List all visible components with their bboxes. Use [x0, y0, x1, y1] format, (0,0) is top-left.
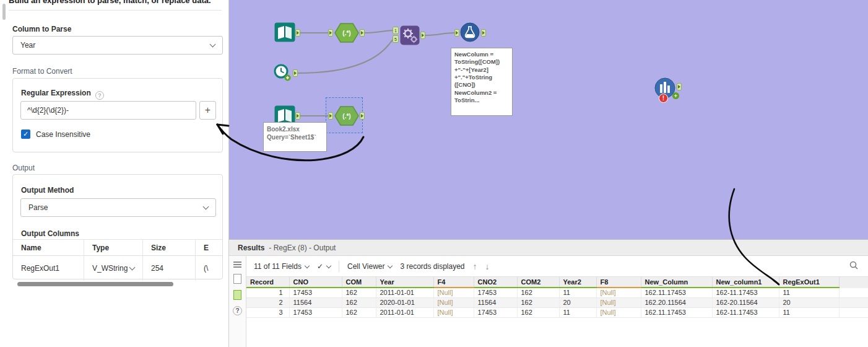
table-row[interactable]: 3174531622011-01-01[Null]1745316211[Null…: [246, 307, 868, 317]
regex-tool[interactable]: (.*): [334, 22, 360, 46]
table-cell[interactable]: 162: [517, 288, 559, 297]
column-select-dropdown[interactable]: ✓: [317, 262, 331, 271]
join-input-anchor-1[interactable]: 1: [393, 27, 399, 34]
input-anchor[interactable]: [454, 29, 459, 37]
table-cell[interactable]: 17453: [289, 307, 342, 317]
datetime-tool[interactable]: [273, 63, 292, 84]
regex-input[interactable]: ^\d{2}(\d{2})-: [20, 101, 196, 120]
column-header-com2[interactable]: COM2: [517, 277, 559, 288]
output-view-icon[interactable]: [233, 290, 241, 300]
help-icon[interactable]: ?: [95, 91, 104, 100]
table-cell[interactable]: 162: [342, 288, 376, 297]
table-cell[interactable]: 3: [246, 307, 289, 317]
output-anchor[interactable]: [293, 69, 298, 77]
add-expression-button[interactable]: +: [199, 101, 216, 120]
table-cell[interactable]: [Null]: [433, 297, 474, 307]
table-cell[interactable]: 162.11.17453: [641, 307, 712, 317]
panel-scrollbar[interactable]: [2, 4, 6, 20]
table-cell[interactable]: 11564: [289, 297, 342, 307]
table-cell[interactable]: 162-20.11564: [712, 297, 779, 307]
table-cell[interactable]: 162: [342, 297, 376, 307]
cell-viewer-dropdown[interactable]: Cell Viewer: [347, 262, 392, 271]
input-view-icon[interactable]: [233, 274, 241, 284]
output-anchor[interactable]: [481, 29, 486, 37]
case-insensitive-row[interactable]: Case Insensitive: [21, 130, 90, 139]
table-cell[interactable]: 1: [246, 288, 289, 297]
table-cell[interactable]: 162.20.11564: [641, 297, 712, 307]
join-input-anchor-5[interactable]: 5: [393, 35, 399, 43]
table-cell[interactable]: 11: [779, 288, 839, 297]
table-cell[interactable]: [Null]: [433, 288, 474, 297]
arrow-down-icon[interactable]: ↓: [485, 261, 490, 271]
column-header-cno[interactable]: CNO: [289, 277, 342, 288]
table-cell[interactable]: 17453: [289, 288, 342, 297]
table-cell[interactable]: 2011-01-01: [376, 288, 433, 297]
table-cell[interactable]: 162-11.17453: [712, 307, 779, 317]
divider: [9, 10, 222, 11]
column-header-cno2[interactable]: CNO2: [474, 277, 517, 288]
join-multiple-tool[interactable]: [400, 25, 420, 48]
arrow-up-icon[interactable]: ↑: [473, 261, 477, 271]
table-cell[interactable]: 11564: [474, 297, 517, 307]
chevron-down-icon: [129, 264, 136, 270]
case-insensitive-checkbox[interactable]: [21, 130, 30, 139]
column-to-parse-dropdown[interactable]: Year: [12, 36, 223, 55]
table-cell[interactable]: 2020-01-01: [376, 297, 433, 307]
column-header-regexout1[interactable]: RegExOut1: [779, 277, 839, 288]
input-anchor[interactable]: [328, 29, 333, 37]
table-cell[interactable]: [Null]: [596, 288, 641, 297]
flask-icon: [460, 22, 480, 42]
table-cell[interactable]: 11: [559, 288, 596, 297]
table-cell[interactable]: 17453: [474, 307, 517, 317]
table-cell[interactable]: 162.11.17453: [641, 288, 712, 297]
table-cell[interactable]: 2: [246, 297, 289, 307]
table-row[interactable]: 2115641622020-01-01[Null]1156416220[Null…: [246, 297, 868, 307]
fields-dropdown[interactable]: 11 of 11 Fields: [254, 262, 309, 271]
workflow-canvas[interactable]: (.*) 1 5: [229, 0, 868, 239]
chevron-down-icon: [388, 263, 393, 268]
column-header-record[interactable]: Record: [246, 277, 289, 288]
horizontal-scrollbar[interactable]: [17, 282, 173, 286]
table-cell[interactable]: 17453: [474, 288, 517, 297]
column-header-f4[interactable]: F4: [433, 277, 474, 288]
input-data-tool[interactable]: [274, 22, 295, 45]
table-cell[interactable]: 162-11.17453: [712, 288, 779, 297]
output-anchor[interactable]: [420, 32, 425, 39]
table-cell[interactable]: [Null]: [596, 307, 641, 317]
output-column-size[interactable]: 254: [143, 256, 196, 281]
output-column-name[interactable]: RegExOut1: [13, 256, 84, 281]
output-anchor[interactable]: [360, 112, 365, 120]
table-cell[interactable]: 162: [517, 297, 559, 307]
column-header-name: Name: [13, 240, 84, 255]
column-header-com[interactable]: COM: [342, 277, 376, 288]
table-cell[interactable]: 11: [779, 307, 839, 317]
column-header-new_column[interactable]: New_Column: [641, 277, 712, 288]
table-cell[interactable]: 20: [779, 297, 839, 307]
formula-tool[interactable]: [460, 22, 480, 45]
table-cell[interactable]: 162: [342, 307, 376, 317]
column-header-new_column1[interactable]: New_column1: [712, 277, 779, 288]
output-column-expression[interactable]: (\: [196, 256, 222, 281]
error-badge[interactable]: !: [659, 94, 668, 103]
table-cell[interactable]: 11: [559, 307, 596, 317]
output-column-type-dropdown[interactable]: V_WString: [84, 256, 143, 281]
table-row[interactable]: 1174531622011-01-01[Null]1745316211[Null…: [246, 288, 868, 297]
output-anchor[interactable]: [295, 112, 300, 120]
table-cell[interactable]: 2011-01-01: [376, 307, 433, 317]
results-panel: Results - RegEx (8) - Output ? 11 of 11 …: [229, 239, 868, 347]
list-icon[interactable]: [233, 261, 241, 268]
search-icon[interactable]: [849, 261, 861, 271]
input-anchor[interactable]: [328, 112, 333, 120]
table-cell[interactable]: 20: [559, 297, 596, 307]
output-anchor[interactable]: [360, 29, 365, 37]
table-cell[interactable]: [Null]: [596, 297, 641, 307]
column-header-year[interactable]: Year: [376, 277, 433, 288]
table-cell[interactable]: 162: [517, 307, 559, 317]
column-header-f8[interactable]: F8: [596, 277, 641, 288]
output-anchor[interactable]: [295, 29, 300, 37]
help-icon[interactable]: ?: [233, 306, 242, 315]
table-cell[interactable]: [Null]: [433, 307, 474, 317]
output-anchor[interactable]: [677, 83, 682, 90]
column-header-year2[interactable]: Year2: [559, 277, 596, 288]
output-method-dropdown[interactable]: Parse: [20, 198, 216, 217]
